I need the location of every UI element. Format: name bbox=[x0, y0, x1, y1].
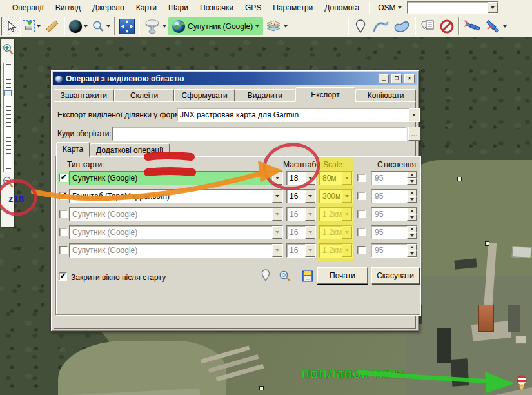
zoom-in-button[interactable] bbox=[2, 43, 14, 56]
combobox-dropdown-button[interactable] bbox=[305, 172, 315, 185]
gps-device-button[interactable] bbox=[142, 17, 168, 36]
spinner-buttons[interactable] bbox=[407, 208, 417, 221]
zoom-combobox[interactable]: 16 bbox=[286, 225, 316, 239]
map-type-combobox[interactable]: Супутник (Google) bbox=[69, 243, 283, 258]
inner-tab[interactable]: Карта bbox=[56, 142, 90, 157]
scale-combobox[interactable]: 1,2км bbox=[319, 207, 353, 221]
add-polygon-button[interactable] bbox=[391, 17, 413, 36]
map-source-button[interactable] bbox=[67, 17, 90, 36]
fullscreen-button[interactable] bbox=[117, 17, 137, 36]
menu-item[interactable]: Операції bbox=[6, 1, 50, 14]
menu-item[interactable]: Вигляд bbox=[50, 1, 86, 14]
zoom-combobox[interactable]: 16 bbox=[286, 243, 316, 258]
menu-item[interactable]: Джерело bbox=[86, 1, 130, 14]
zoom-combobox[interactable]: 16 bbox=[286, 189, 316, 203]
inner-tab[interactable]: Додаткові операції bbox=[90, 143, 170, 157]
map-type-button[interactable]: Супутник (Google) bbox=[168, 17, 263, 35]
zoom-slider-track[interactable] bbox=[3, 63, 12, 172]
menu-item[interactable]: Шари bbox=[163, 1, 194, 14]
goto-placemark-button[interactable] bbox=[261, 268, 273, 284]
zoom-combobox[interactable]: 18 bbox=[286, 171, 316, 185]
save-to-input[interactable] bbox=[112, 127, 407, 141]
ruler-button[interactable] bbox=[43, 17, 62, 36]
dialog-tab[interactable]: Копіювати bbox=[355, 89, 416, 101]
dialog-tab[interactable]: Експорт bbox=[295, 87, 356, 101]
scale-combobox[interactable]: 300м bbox=[319, 189, 353, 203]
menu-item[interactable]: Параметри bbox=[267, 1, 319, 14]
map-marker[interactable] bbox=[457, 177, 462, 181]
zoom-to-selection-button[interactable] bbox=[279, 270, 291, 285]
browse-button[interactable]: ... bbox=[408, 127, 420, 141]
compression-spinner[interactable]: 95 bbox=[371, 189, 417, 203]
maximize-button[interactable]: ❒ bbox=[391, 74, 402, 83]
combobox-dropdown-button[interactable] bbox=[488, 2, 498, 13]
combobox-dropdown-button[interactable] bbox=[305, 244, 315, 257]
dialog-tab[interactable]: Видалити bbox=[235, 89, 295, 101]
dialog-titlebar[interactable]: Операції з виділеною областю _ ❒ ✕ bbox=[53, 72, 417, 85]
combobox-dropdown-button[interactable] bbox=[342, 226, 352, 239]
osm-search-combobox[interactable] bbox=[407, 1, 498, 14]
scale-combobox[interactable]: 1,2км bbox=[319, 243, 353, 258]
menu-item[interactable]: Карти bbox=[130, 1, 163, 14]
dialog-tab[interactable]: Завантажити bbox=[54, 89, 114, 101]
scale-combobox[interactable]: 80м bbox=[319, 171, 353, 185]
scale-combobox[interactable]: 1,2км bbox=[319, 225, 353, 239]
row-enable-checkbox[interactable] bbox=[59, 192, 68, 200]
combobox-dropdown-button[interactable] bbox=[272, 190, 282, 203]
dialog-tab[interactable]: Склеїти bbox=[114, 89, 175, 101]
placemark-manager-button[interactable] bbox=[418, 17, 437, 36]
combobox-dropdown-button[interactable] bbox=[305, 208, 315, 221]
compression-spinner[interactable]: 95 bbox=[371, 171, 417, 185]
combobox-dropdown-button[interactable] bbox=[342, 190, 352, 203]
save-settings-button[interactable] bbox=[302, 270, 315, 286]
zoom-combobox[interactable]: 16 bbox=[286, 207, 316, 221]
map-type-combobox[interactable]: Супутник (Google) bbox=[69, 171, 283, 185]
zoom-slider-handle[interactable] bbox=[4, 90, 12, 96]
row-enable-checkbox[interactable] bbox=[59, 228, 68, 236]
row-enable-checkbox[interactable] bbox=[59, 246, 68, 254]
spinner-buttons[interactable] bbox=[407, 190, 417, 203]
menu-item[interactable]: GPS bbox=[239, 1, 267, 14]
map-type-combobox[interactable]: Супутник (Google) bbox=[69, 225, 283, 239]
combobox-dropdown-button[interactable] bbox=[342, 244, 352, 257]
compression-enable-checkbox[interactable] bbox=[357, 228, 366, 236]
hide-marks-button[interactable] bbox=[437, 17, 457, 36]
combobox-dropdown-button[interactable] bbox=[272, 226, 282, 239]
menu-item[interactable]: Позначки bbox=[194, 1, 239, 14]
close-button[interactable]: ✕ bbox=[404, 74, 415, 83]
spinner-buttons[interactable] bbox=[407, 226, 417, 239]
add-path-button[interactable] bbox=[370, 17, 391, 36]
combobox-dropdown-button[interactable] bbox=[409, 108, 419, 121]
compression-spinner[interactable]: 95 bbox=[371, 207, 417, 221]
gps-connect-button[interactable] bbox=[462, 17, 482, 36]
combobox-dropdown-button[interactable] bbox=[272, 208, 282, 221]
compression-enable-checkbox[interactable] bbox=[357, 210, 366, 218]
add-placemark-button[interactable] bbox=[351, 17, 370, 36]
compression-spinner[interactable]: 95 bbox=[371, 225, 417, 239]
dialog-tab[interactable]: Сформувати bbox=[174, 89, 235, 101]
map-marker[interactable] bbox=[485, 241, 489, 246]
combobox-dropdown-button[interactable] bbox=[305, 190, 315, 203]
row-enable-checkbox[interactable] bbox=[59, 174, 68, 182]
spinner-buttons[interactable] bbox=[407, 172, 417, 185]
gps-disconnect-button[interactable] bbox=[482, 17, 509, 36]
combobox-dropdown-button[interactable] bbox=[342, 172, 352, 185]
zoom-out-button[interactable] bbox=[2, 176, 14, 189]
map-type-combobox[interactable]: Генштаб (TopoMapper.com) bbox=[69, 189, 283, 203]
export-format-combobox[interactable]: JNX растровая карта для Garmin bbox=[177, 108, 420, 122]
row-enable-checkbox[interactable] bbox=[59, 210, 68, 218]
combobox-dropdown-button[interactable] bbox=[305, 226, 315, 239]
close-after-start-checkbox[interactable] bbox=[59, 272, 67, 281]
combobox-dropdown-button[interactable] bbox=[342, 208, 352, 221]
select-region-button[interactable] bbox=[21, 17, 43, 36]
compression-enable-checkbox[interactable] bbox=[357, 246, 366, 254]
cursor-tool-button[interactable] bbox=[1, 17, 21, 36]
spinner-buttons[interactable] bbox=[407, 244, 417, 257]
compression-enable-checkbox[interactable] bbox=[357, 192, 366, 200]
search-button[interactable] bbox=[90, 17, 112, 36]
osm-menu[interactable]: OSM bbox=[374, 1, 406, 14]
combobox-dropdown-button[interactable] bbox=[272, 172, 282, 185]
compression-enable-checkbox[interactable] bbox=[357, 174, 366, 182]
cancel-button[interactable]: Скасувати bbox=[371, 267, 419, 284]
start-button[interactable]: Почати bbox=[317, 267, 368, 284]
